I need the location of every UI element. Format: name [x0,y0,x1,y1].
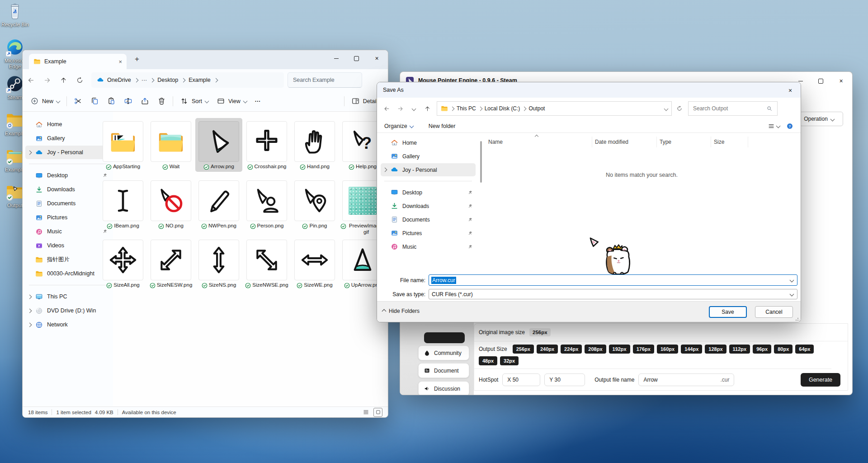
sidebar-item--[interactable]: 指针图片 [25,253,110,266]
breadcrumb-segment[interactable]: OneDrive [107,77,131,83]
sidebar-item-documents[interactable]: Documents [25,197,110,210]
up-button[interactable] [55,72,71,88]
file-item-hand-png[interactable]: Hand.png [291,118,338,172]
output-size-chip-160px[interactable]: 160px [657,345,678,354]
steam-nav-community[interactable]: Community [418,345,469,360]
file-item-sizewe-png[interactable]: SizeWE.png [291,236,338,290]
sidebar-item-pictures[interactable]: Pictures [25,211,110,224]
sidebar-item-desktop[interactable]: Desktop [381,186,476,199]
list-view-toggle[interactable] [362,408,370,416]
output-size-chip-64px[interactable]: 64px [795,345,814,354]
breadcrumb-segment[interactable]: ··· [142,77,147,83]
dialog-breadcrumb[interactable]: This PCLocal Disk (C:)Outpot [437,101,672,116]
dialog-back-button[interactable] [380,102,393,115]
file-item-pin-png[interactable]: Pin.png [291,177,338,231]
maximize-button[interactable] [346,50,367,66]
copy-button[interactable] [86,94,103,109]
file-item-ibeam-png[interactable]: IBeam.png [99,177,146,231]
file-item-crosshair-png[interactable]: Crosshair.png [243,118,290,172]
search-input[interactable]: Search Example [288,72,362,88]
file-item-arrow-png[interactable]: Arrow.png [195,118,242,172]
sidebar-item-dvd-drive-d-win[interactable]: DVD Drive (D:) Win [25,304,110,317]
output-size-chip-112px[interactable]: 112px [729,345,750,354]
dialog-breadcrumb-segment[interactable]: Outpot [528,105,545,112]
refresh-button[interactable] [71,72,88,88]
output-size-chip-128px[interactable]: 128px [705,345,726,354]
forward-button[interactable] [39,72,55,88]
output-size-chip-240px[interactable]: 240px [537,345,558,354]
back-button[interactable] [23,72,39,88]
sidebar-item-documents[interactable]: Documents [381,213,476,226]
save-button[interactable]: Save [709,306,747,318]
column-header-size[interactable]: Size [711,137,748,147]
sidebar-item-this-pc[interactable]: This PC [25,290,110,303]
organize-button[interactable]: Organize [384,123,413,129]
rename-button[interactable]: A [120,94,137,109]
output-size-chip-32px[interactable]: 32px [500,356,519,365]
share-button[interactable] [137,94,153,109]
help-icon[interactable]: ? [786,123,793,130]
hide-folders-button[interactable]: Hide Folders [382,308,420,314]
hotspot-x-input[interactable]: X 50 [502,373,540,386]
dialog-forward-button[interactable] [393,102,407,115]
file-item-no-png[interactable]: NO.png [147,177,194,231]
sidebar-item-music[interactable]: Music [25,225,110,238]
new-button[interactable]: New [26,94,64,109]
generate-button[interactable]: Generate [801,373,840,387]
explorer-tab[interactable]: Example × [29,54,127,69]
chevron-right-icon[interactable] [28,150,32,155]
sidebar-item-gallery[interactable]: Gallery [381,150,476,163]
file-item-nwpen-png[interactable]: NWPen.png [195,177,242,231]
column-header-name[interactable]: Name [486,137,592,147]
tab-close-icon[interactable]: × [118,58,122,65]
dialog-close-button[interactable]: × [784,86,796,95]
operation-dropdown[interactable]: Operation [795,112,843,126]
sidebar-item-network[interactable]: Network [25,318,110,331]
sidebar-item-pictures[interactable]: Pictures [381,227,476,240]
file-item-person-png[interactable]: Person.png [243,177,290,231]
output-size-chip-144px[interactable]: 144px [681,345,702,354]
file-item-sizenwse-png[interactable]: SizeNWSE.png [243,236,290,290]
hotspot-y-input[interactable]: Y 30 [544,373,585,386]
sort-button[interactable]: Sort [176,94,212,109]
dialog-sidebar-scrollbar[interactable] [480,141,482,183]
output-size-chip-208px[interactable]: 208px [585,345,606,354]
paste-button[interactable] [103,94,120,109]
sidebar-item-home[interactable]: Home [25,118,110,131]
output-size-chip-176px[interactable]: 176px [633,345,654,354]
file-item-sizenesw-png[interactable]: SizeNESW.png [147,236,194,290]
chevron-right-icon[interactable] [28,308,32,313]
file-item-sizeall-png[interactable]: SizeAll.png [99,236,146,290]
sidebar-item-joy-personal[interactable]: Joy - Personal [25,146,110,159]
file-name-input[interactable]: Arrow.cur [429,274,797,286]
dialog-up-button[interactable] [420,102,434,115]
cut-button[interactable] [70,94,86,109]
file-item-appstarting[interactable]: AppStarting [99,118,146,172]
output-size-chip-256px[interactable]: 256px [513,345,534,354]
sidebar-item-videos[interactable]: Videos [25,239,110,252]
sidebar-item-gallery[interactable]: Gallery [25,132,110,145]
new-tab-button[interactable]: + [135,55,139,64]
chevron-right-icon[interactable] [383,168,387,172]
column-header-type[interactable]: Type [657,137,711,147]
output-size-chip-96px[interactable]: 96px [753,345,771,354]
dialog-breadcrumb-segment[interactable]: Local Disk (C:) [485,105,520,112]
steam-close-button[interactable]: × [831,73,851,89]
steam-maximize-button[interactable] [811,73,831,89]
output-file-input[interactable]: Arrow .cur [638,373,734,386]
sidebar-item-home[interactable]: Home [381,136,476,149]
resize-grip[interactable] [795,317,800,321]
output-size-chip-192px[interactable]: 192px [609,345,630,354]
sidebar-item-music[interactable]: Music [381,240,476,253]
output-size-chip-48px[interactable]: 48px [479,356,497,365]
dialog-breadcrumb-segment[interactable]: This PC [457,105,476,112]
delete-button[interactable] [153,94,170,109]
more-button[interactable]: ··· [251,94,265,109]
breadcrumb-segment[interactable]: Desktop [157,77,178,83]
steam-nav-discussion[interactable]: Discussion [418,381,469,395]
view-mode-button[interactable] [768,123,780,130]
sidebar-item-downloads[interactable]: Downloads [381,199,476,213]
sidebar-item-joy-personal[interactable]: Joy - Personal [381,163,476,176]
cancel-button[interactable]: Cancel [755,306,793,318]
minimize-button[interactable] [326,50,346,66]
